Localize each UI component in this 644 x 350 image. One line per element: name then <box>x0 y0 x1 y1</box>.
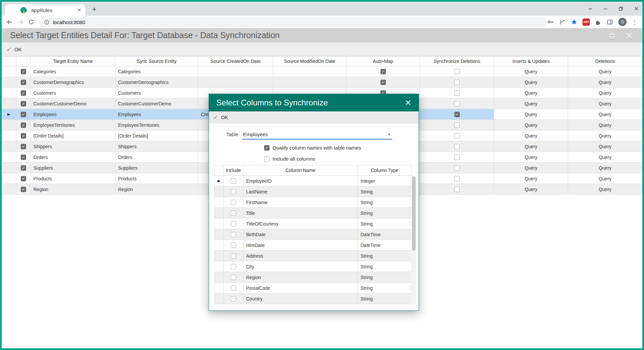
abp-extension-icon[interactable]: ABP <box>582 18 590 26</box>
inserts-updates-query-link[interactable]: Query <box>494 173 568 184</box>
column-row-address[interactable]: AddressString <box>215 251 411 261</box>
include-checkbox[interactable] <box>231 296 236 301</box>
include-all-columns-checkbox-box[interactable] <box>264 156 270 162</box>
address-bar[interactable]: localhost:8080 <box>39 17 547 27</box>
row-select-checkbox[interactable] <box>21 176 26 181</box>
synchronize-deletions-checkbox[interactable] <box>454 122 460 128</box>
column-row-country[interactable]: CountryString <box>215 293 411 304</box>
deletions-query-link[interactable]: Query <box>568 120 642 130</box>
window-close-button[interactable] <box>634 6 639 11</box>
deletions-query-link[interactable]: Query <box>568 77 642 88</box>
column-row-lastname[interactable]: LastNameString <box>215 186 411 197</box>
synchronize-deletions-checkbox[interactable] <box>454 112 460 117</box>
tab-close-icon[interactable]: ✕ <box>77 7 81 13</box>
synchronize-deletions-checkbox[interactable] <box>454 165 460 171</box>
row-select-checkbox[interactable] <box>21 144 26 149</box>
row-select-checkbox[interactable] <box>21 80 26 85</box>
row-select-checkbox[interactable] <box>21 90 26 96</box>
column-row-titleofcourtesy[interactable]: TitleOfCourtesyString <box>215 218 411 229</box>
window-search-tabs-icon[interactable] <box>587 6 593 11</box>
collapse-dialog-icon[interactable] <box>608 31 616 40</box>
column-row-city[interactable]: CityString <box>215 261 411 272</box>
bookmark-star-icon[interactable] <box>571 19 577 25</box>
synchronize-deletions-checkbox[interactable] <box>454 176 460 181</box>
deletions-query-link[interactable]: Query <box>568 141 642 152</box>
row-select-checkbox[interactable] <box>21 165 26 171</box>
include-checkbox[interactable] <box>231 232 236 237</box>
window-maximize-button[interactable] <box>618 6 624 11</box>
column-header[interactable]: Synchronize Deletions <box>420 57 494 66</box>
side-panel-icon[interactable] <box>607 19 613 25</box>
tab-apprules[interactable]: appRules ✕ <box>5 4 85 16</box>
synchronize-deletions-checkbox[interactable] <box>454 80 460 85</box>
include-checkbox[interactable] <box>231 243 236 248</box>
inserts-updates-query-link[interactable]: Query <box>494 152 568 163</box>
entity-row-customerdemographics[interactable]: CustomerDemographicsCustomerDemographics… <box>2 77 642 88</box>
synchronize-deletions-checkbox[interactable] <box>454 144 460 149</box>
url-text[interactable]: localhost:8080 <box>53 19 85 25</box>
row-select-checkbox[interactable] <box>21 122 26 128</box>
deletions-query-link[interactable]: Query <box>568 173 642 184</box>
deletions-query-link[interactable]: Query <box>568 109 642 120</box>
include-checkbox[interactable] <box>231 275 236 280</box>
include-checkbox[interactable] <box>231 285 236 291</box>
column-header[interactable]: Source CreatedOn Date <box>198 57 273 66</box>
share-icon[interactable] <box>559 19 566 25</box>
modal-column-header[interactable]: Column Name <box>243 165 358 176</box>
forward-button[interactable] <box>15 17 26 27</box>
qualify-names-checkbox[interactable]: Qualify column names with table names <box>264 145 361 151</box>
inserts-updates-query-link[interactable]: Query <box>494 184 568 195</box>
deletions-query-link[interactable]: Query <box>568 88 642 98</box>
synchronize-deletions-checkbox[interactable] <box>454 90 460 96</box>
reload-button[interactable] <box>26 17 36 27</box>
include-checkbox[interactable] <box>231 221 236 227</box>
inserts-updates-query-link[interactable]: Query <box>494 109 568 120</box>
deletions-query-link[interactable]: Query <box>568 184 642 195</box>
browser-menu-icon[interactable]: ⋮ <box>632 18 638 26</box>
column-row-birthdate[interactable]: BirthDateDateTime <box>215 229 411 240</box>
new-tab-button[interactable]: + <box>89 4 99 14</box>
synchronize-deletions-checkbox[interactable] <box>454 187 460 192</box>
synchronize-deletions-checkbox[interactable] <box>454 133 460 139</box>
include-checkbox[interactable] <box>231 200 236 205</box>
column-header[interactable]: Target Entity Name <box>31 57 115 66</box>
column-row-employeeid[interactable]: ▶EmployeeIDInteger <box>215 176 411 186</box>
column-header[interactable]: Deletions <box>568 57 642 66</box>
ok-button[interactable]: ✓ OK <box>6 46 22 53</box>
column-row-title[interactable]: TitleString <box>215 208 411 218</box>
dialog-ok-button[interactable]: OK <box>221 114 228 120</box>
table-select[interactable]: Employees ▾ <box>242 129 392 140</box>
column-row-postalcode[interactable]: PostalCodeString <box>215 283 411 293</box>
profile-avatar[interactable]: S <box>618 18 627 26</box>
include-checkbox[interactable] <box>231 264 236 269</box>
site-info-icon[interactable] <box>44 19 49 25</box>
inserts-updates-query-link[interactable]: Query <box>494 163 568 173</box>
inserts-updates-query-link[interactable]: Query <box>494 66 568 77</box>
synchronize-deletions-checkbox[interactable] <box>454 155 460 160</box>
modal-column-header[interactable]: Column Type <box>358 165 412 176</box>
inserts-updates-query-link[interactable]: Query <box>494 88 568 98</box>
include-checkbox[interactable] <box>231 253 236 259</box>
column-header[interactable]: Auto-Map <box>346 57 420 66</box>
row-select-checkbox[interactable] <box>21 69 26 74</box>
inserts-updates-query-link[interactable]: Query <box>494 130 568 141</box>
inserts-updates-query-link[interactable]: Query <box>494 77 568 88</box>
window-minimize-button[interactable] <box>603 6 608 11</box>
deletions-query-link[interactable]: Query <box>568 152 642 163</box>
extensions-puzzle-icon[interactable] <box>595 19 602 25</box>
back-button[interactable] <box>4 17 15 27</box>
deletions-query-link[interactable]: Query <box>568 98 642 109</box>
inserts-updates-query-link[interactable]: Query <box>494 98 568 109</box>
synchronize-deletions-checkbox[interactable] <box>454 69 460 74</box>
row-select-checkbox[interactable] <box>21 101 26 106</box>
entity-row-categories[interactable]: CategoriesCategoriesQueryQuery <box>2 66 642 77</box>
include-checkbox[interactable] <box>231 178 236 184</box>
qualify-names-checkbox-box[interactable] <box>264 145 270 151</box>
row-select-checkbox[interactable] <box>21 133 26 139</box>
columns-grid-scrollbar[interactable] <box>411 176 416 304</box>
deletions-query-link[interactable]: Query <box>568 130 642 141</box>
include-all-columns-checkbox[interactable]: Include all columns <box>264 156 315 162</box>
column-row-firstname[interactable]: FirstNameString <box>215 197 411 208</box>
column-header[interactable]: Source ModifiedOn Date <box>273 57 346 66</box>
row-select-checkbox[interactable] <box>21 112 26 117</box>
